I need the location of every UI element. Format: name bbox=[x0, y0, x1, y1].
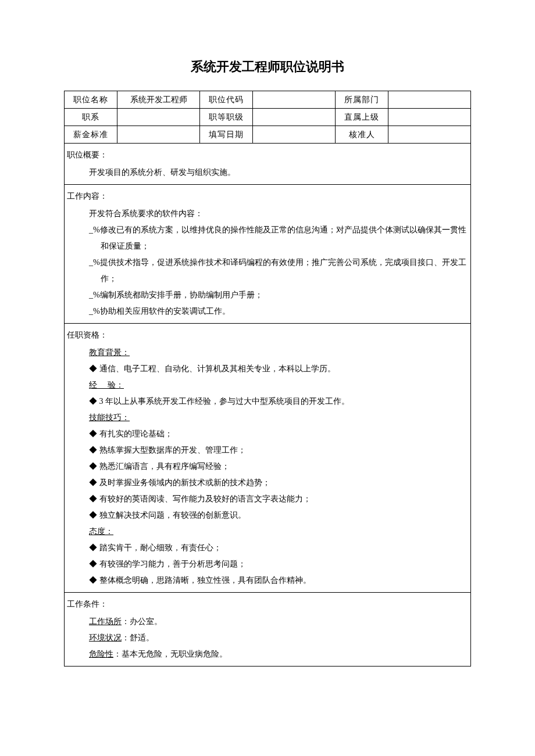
label-salary: 薪金标准 bbox=[65, 126, 117, 144]
document-title: 系统开发工程师职位说明书 bbox=[64, 58, 471, 76]
content-lead: 开发符合系统要求的软件内容： bbox=[67, 206, 468, 222]
label-job-series: 职系 bbox=[65, 109, 117, 126]
conditions-label: 工作条件： bbox=[67, 596, 468, 612]
content-section: 工作内容： 开发符合系统要求的软件内容： _%修改已有的系统方案，以维持优良的操… bbox=[64, 185, 471, 324]
skills-label: 技能技巧： bbox=[67, 410, 468, 426]
environment-row: 环境状况：舒适。 bbox=[67, 630, 468, 646]
value-job-grade bbox=[253, 109, 336, 126]
value-fill-date bbox=[253, 126, 336, 144]
risk-row: 危险性：基本无危险，无职业病危险。 bbox=[67, 646, 468, 662]
skill-item: ◆ 熟悉汇编语言，具有程序编写经验； bbox=[67, 458, 468, 475]
skill-item: ◆ 独立解决技术问题，有较强的创新意识。 bbox=[67, 507, 468, 524]
overview-text: 开发项目的系统分析、研发与组织实施。 bbox=[67, 164, 468, 181]
experience-label: 经验： bbox=[67, 377, 468, 393]
content-item: _%修改已有的系统方案，以维持优良的操作性能及正常的信息沟通；对产品提供个体测试… bbox=[79, 222, 468, 255]
value-supervisor bbox=[388, 109, 471, 126]
content-item: _%编制系统都助安排手册，协助编制用户手册； bbox=[79, 287, 468, 303]
value-salary bbox=[117, 126, 200, 144]
skill-item: ◆ 有扎实的理论基础； bbox=[67, 426, 468, 442]
overview-label: 职位概要： bbox=[67, 147, 468, 163]
workplace-row: 工作场所：办公室。 bbox=[67, 614, 468, 630]
value-department bbox=[388, 91, 471, 109]
education-label: 教育背景： bbox=[67, 345, 468, 361]
attitude-item: ◆ 踏实肯干，耐心细致，有责任心； bbox=[67, 540, 468, 556]
attitude-item: ◆ 有较强的学习能力，善于分析思考问题； bbox=[67, 556, 468, 572]
qualification-label: 任职资格： bbox=[67, 327, 468, 343]
content-item: _%协助相关应用软件的安装调试工作。 bbox=[79, 303, 468, 320]
label-department: 所属部门 bbox=[335, 91, 388, 109]
label-fill-date: 填写日期 bbox=[199, 126, 252, 144]
label-approver: 核准人 bbox=[335, 126, 388, 144]
qualification-section: 任职资格： 教育背景： ◆ 通信、电子工程、自动化、计算机及其相关专业，本科以上… bbox=[64, 324, 471, 593]
content-item: _%提供技术指导，促进系统操作技术和译码编程的有效使用；推广完善公司系统，完成项… bbox=[79, 255, 468, 287]
attitude-item: ◆ 整体概念明确，思路清晰，独立性强，具有团队合作精神。 bbox=[67, 572, 468, 589]
skill-item: ◆ 熟练掌握大型数据库的开发、管理工作； bbox=[67, 442, 468, 458]
value-approver bbox=[388, 126, 471, 144]
conditions-section: 工作条件： 工作场所：办公室。 环境状况：舒适。 危险性：基本无危险，无职业病危… bbox=[64, 593, 471, 667]
value-position-name: 系统开发工程师 bbox=[117, 91, 200, 109]
overview-section: 职位概要： 开发项目的系统分析、研发与组织实施。 bbox=[64, 144, 471, 185]
skill-item: ◆ 有较好的英语阅读、写作能力及较好的语言文字表达能力； bbox=[67, 491, 468, 507]
education-text: ◆ 通信、电子工程、自动化、计算机及其相关专业，本科以上学历。 bbox=[67, 361, 468, 377]
value-job-series bbox=[117, 109, 200, 126]
header-table: 职位名称 系统开发工程师 职位代码 所属部门 职系 职等职级 直属上级 薪金标准… bbox=[64, 91, 471, 144]
content-label: 工作内容： bbox=[67, 188, 468, 205]
value-position-code bbox=[253, 91, 336, 109]
label-supervisor: 直属上级 bbox=[335, 109, 388, 126]
label-position-name: 职位名称 bbox=[65, 91, 117, 109]
skill-item: ◆ 及时掌握业务领域内的新技术或新的技术趋势； bbox=[67, 475, 468, 491]
experience-text: ◆ 3 年以上从事系统开发工作经验，参与过大中型系统项目的开发工作。 bbox=[67, 393, 468, 410]
label-position-code: 职位代码 bbox=[199, 91, 252, 109]
label-job-grade: 职等职级 bbox=[199, 109, 252, 126]
attitude-label: 态度： bbox=[67, 524, 468, 540]
